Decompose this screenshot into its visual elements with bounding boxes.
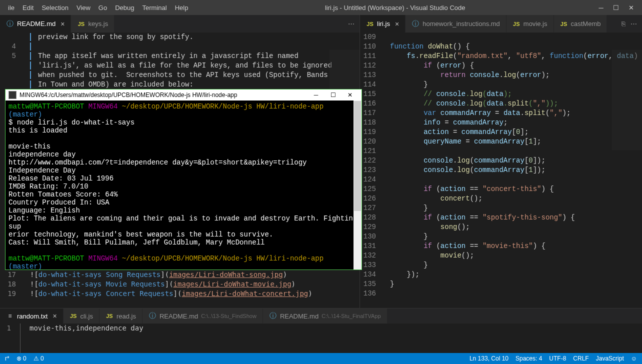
more-icon[interactable]: ⋯ [348, 20, 354, 28]
bottom-code-area[interactable]: 1 movie-this,independence day [0, 324, 642, 353]
js-icon: JS [70, 312, 78, 320]
tab-label: README.md [160, 312, 198, 320]
right-tab[interactable]: JSmovie.js [506, 15, 554, 32]
right-tab[interactable]: JScastMemb [554, 15, 608, 32]
tab-label: cli.js [80, 312, 93, 320]
status-item[interactable]: Spaces: 4 [516, 355, 542, 362]
bottom-tab[interactable]: JScli.js [64, 308, 100, 324]
status-item[interactable]: JavaScript [596, 355, 624, 362]
js-icon: JS [512, 20, 520, 28]
status-item[interactable]: ⚠ 0 [34, 355, 44, 362]
tab-label: README.md [17, 20, 56, 28]
js-icon: JS [560, 20, 568, 28]
terminal-minimize[interactable]: ─ [308, 92, 324, 98]
tab-label: castMemb [571, 20, 601, 28]
left-tabbar: ⓘREADME.md×JSkeys.js ⋯ [0, 15, 360, 32]
window-minimize[interactable]: ─ [598, 4, 604, 10]
menu-edit[interactable]: Edit [18, 4, 38, 12]
left-tab[interactable]: ⓘREADME.md× [0, 15, 71, 32]
menu-file[interactable]: ile [4, 4, 18, 12]
info-icon: ⓘ [412, 20, 420, 28]
terminal-title: MINGW64:/c/Users/mattw/desktop/UPCB/HOME… [20, 92, 308, 98]
tab-label: liri.js [377, 20, 390, 28]
terminal-body[interactable]: mattw@MATT-PCROBOT MINGW64 ~/desktop/UPC… [6, 100, 362, 270]
tab-label: keys.js [88, 20, 108, 28]
info-icon: ⓘ [269, 312, 277, 320]
bottom-tab[interactable]: ⓘREADME.md C:\..\13-Stu_FindShow [142, 308, 263, 324]
info-icon: ⓘ [6, 20, 14, 28]
bottom-tab[interactable]: ⓘREADME.md C:\..\14-Stu_FinalTVApp [263, 308, 388, 324]
status-item[interactable]: CRLF [573, 355, 588, 362]
close-icon[interactable]: × [393, 20, 399, 28]
bottom-tabbar: ≡random.txt×JScli.jsJSread.jsⓘREADME.md … [0, 308, 642, 324]
status-item[interactable]: r* [5, 355, 10, 362]
right-tab[interactable]: JSliri.js× [360, 15, 406, 32]
window-close[interactable]: ✕ [628, 4, 634, 10]
file-icon: ≡ [6, 312, 14, 320]
js-icon: JS [77, 20, 85, 28]
terminal-scrollbar[interactable] [354, 100, 362, 270]
status-item[interactable]: UTF-8 [549, 355, 566, 362]
menu-selection[interactable]: Selection [38, 4, 72, 12]
menu-go[interactable]: Go [94, 4, 111, 12]
status-item[interactable]: ☺ [631, 355, 637, 362]
editor-right-pane: JSliri.js×ⓘhomework_instructions.mdJSmov… [360, 15, 642, 338]
tab-label: read.js [116, 312, 136, 320]
close-icon[interactable]: × [58, 20, 64, 28]
tab-label: movie.js [524, 20, 548, 28]
statusbar: r*⊗ 0⚠ 0 Ln 133, Col 10Spaces: 4UTF-8CRL… [0, 353, 642, 364]
status-item[interactable]: Ln 133, Col 10 [470, 355, 508, 362]
right-tab[interactable]: ⓘhomework_instructions.md [406, 15, 506, 32]
close-icon[interactable]: × [50, 312, 56, 320]
menubar: ileEditSelectionViewGoDebugTerminalHelp … [0, 0, 642, 15]
terminal-titlebar[interactable]: MINGW64:/c/Users/mattw/desktop/UPCB/HOME… [6, 90, 362, 100]
compare-icon[interactable]: ⎘ [622, 20, 626, 28]
js-icon: JS [106, 312, 114, 320]
bottom-tab[interactable]: ≡random.txt× [0, 308, 64, 324]
terminal-icon [8, 91, 16, 99]
window-title: liri.js - Untitled (Workspace) - Visual … [192, 4, 598, 12]
menu-help[interactable]: Help [171, 4, 192, 12]
terminal-close[interactable]: ✕ [342, 92, 358, 98]
minimap[interactable] [612, 50, 642, 150]
menu-debug[interactable]: Debug [111, 4, 138, 12]
menu-view[interactable]: View [72, 4, 94, 12]
window-maximize[interactable]: ☐ [613, 4, 619, 10]
tab-label: homework_instructions.md [422, 20, 500, 28]
terminal-window: MINGW64:/c/Users/mattw/desktop/UPCB/HOME… [5, 89, 362, 270]
bottom-editor-content: movie-this,independence day [20, 324, 144, 353]
menu-terminal[interactable]: Terminal [138, 4, 171, 12]
status-item[interactable]: ⊗ 0 [16, 355, 26, 362]
terminal-maximize[interactable]: ☐ [324, 92, 342, 98]
info-icon: ⓘ [148, 312, 156, 320]
right-code-area[interactable]: 1091101111121131141151161171181191201211… [360, 32, 642, 338]
tab-label: random.txt [17, 312, 48, 320]
more-icon[interactable]: ⋯ [630, 20, 637, 28]
bottom-tab[interactable]: JSread.js [100, 308, 142, 324]
right-tabbar: JSliri.js×ⓘhomework_instructions.mdJSmov… [360, 15, 642, 32]
js-icon: JS [366, 20, 374, 28]
left-tab[interactable]: JSkeys.js [71, 15, 114, 32]
tab-label: README.md [280, 312, 318, 320]
